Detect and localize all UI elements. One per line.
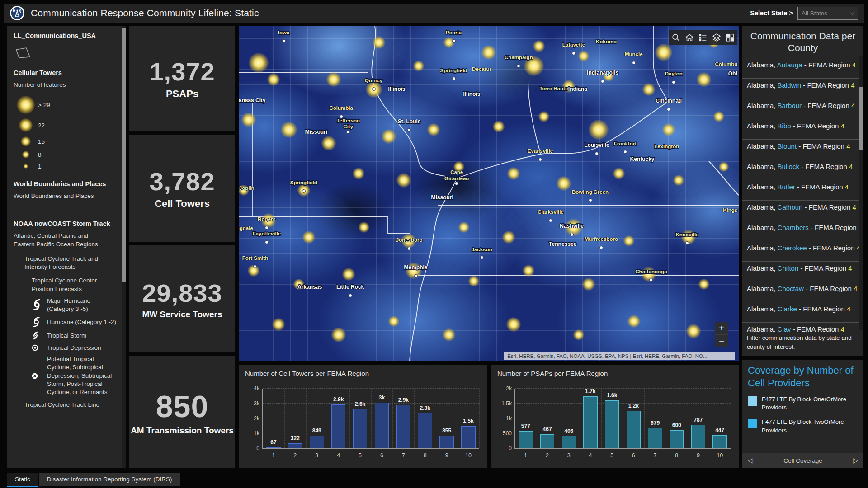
chart-bar[interactable] (540, 434, 554, 448)
county-scrollbar-thumb[interactable] (859, 87, 863, 150)
legend-icon[interactable] (698, 32, 708, 43)
county-row[interactable]: Alabama, Autauga - FEMA Region 4 (742, 58, 863, 78)
cell-towers-chart-panel: Number of Cell Towers per FEMA Region 01… (239, 365, 487, 468)
x-axis-tick: 6 (632, 452, 635, 459)
y-axis-tick: 1k (254, 430, 259, 436)
county-name: Blount (778, 142, 799, 150)
coverage-panel-title: Coverage by Number of Cell Providers (742, 360, 863, 391)
chart-bar[interactable] (418, 413, 432, 448)
tab-dirs[interactable]: Disaster Information Reporting System (D… (39, 473, 180, 486)
bar-value-label: 406 (564, 428, 573, 434)
county-row[interactable]: Alabama, Butler - FEMA Region 4 (742, 180, 863, 200)
prev-arrow-icon[interactable]: ◁ (748, 456, 753, 465)
psaps-chart-title: Number of PSAPs per FEMA Region (491, 365, 739, 377)
county-row[interactable]: Alabama, Baldwin - FEMA Region 4 (742, 78, 863, 99)
home-icon[interactable] (684, 32, 695, 43)
county-row[interactable]: Alabama, Bullock - FEMA Region 4 (742, 160, 863, 180)
chart-bar[interactable] (266, 447, 281, 448)
y-axis-tick: 1.5k (501, 400, 512, 407)
gridline (414, 389, 415, 448)
next-arrow-icon[interactable]: ▷ (853, 456, 858, 465)
chart-bar[interactable] (396, 405, 411, 448)
cell-towers-label: Cell Towers (155, 198, 210, 210)
coverage-swatch (748, 396, 757, 406)
gridline (349, 389, 350, 448)
fema-region-number: 4 (851, 102, 855, 109)
storm-legend-label: Hurricane (Category 1 -2) (47, 318, 116, 326)
chart-bar[interactable] (310, 436, 324, 448)
chart-bar[interactable] (331, 404, 346, 448)
county-row[interactable]: Alabama, Cherokee - FEMA Region 4 (742, 241, 863, 261)
mw-towers-stat-card: 29,833 MW Service Towers (129, 245, 235, 352)
search-icon[interactable] (670, 32, 681, 43)
map-canvas[interactable]: IowaPeoriaLafayetteKokomoMuncieChampaign… (239, 26, 739, 361)
layers-icon[interactable] (711, 32, 722, 43)
fema-region-label: - FEMA Region (803, 81, 851, 89)
county-row[interactable]: Alabama, Chambers - FEMA Region 4 (742, 221, 863, 241)
tab-static[interactable]: Static (7, 473, 38, 487)
tc-track-forecast-label: Tropical Cyclone Track and Intensity For… (24, 255, 106, 271)
chart-bar[interactable] (375, 403, 389, 448)
hurricane-major-icon (31, 299, 47, 311)
chart-bar[interactable] (562, 436, 576, 448)
chart-bar[interactable] (519, 431, 533, 448)
sidebar-scrollbar-thumb[interactable] (122, 28, 126, 282)
y-axis-tick: 0 (509, 445, 512, 451)
bar-value-label: 447 (715, 427, 724, 433)
fema-region-number: 4 (848, 264, 852, 272)
county-name: Butler (778, 183, 797, 191)
chart-bar[interactable] (712, 435, 726, 449)
county-row[interactable]: Alabama, Clarke - FEMA Region 4 (742, 302, 863, 322)
county-row[interactable]: Alabama, Choctaw - FEMA Region 4 (742, 282, 863, 302)
county-state-label: Alabama, (747, 305, 778, 313)
x-axis-tick: 10 (465, 452, 472, 459)
select-state-label: Select State > (750, 9, 793, 17)
chart-bar[interactable] (353, 409, 368, 448)
basemap-icon[interactable] (725, 32, 736, 43)
chart-bar[interactable] (648, 428, 662, 448)
county-state-label: Alabama, (747, 285, 778, 292)
zoom-controls: + − (715, 322, 728, 347)
x-axis-tick: 5 (359, 452, 362, 459)
polygon-extent-icon (14, 47, 32, 59)
chart-bar[interactable] (583, 396, 597, 448)
am-towers-value: 850 (156, 389, 208, 424)
county-row[interactable]: Alabama, Calhoun - FEMA Region 4 (742, 200, 863, 221)
chart-bar[interactable] (288, 443, 302, 448)
county-scrollbar[interactable] (859, 56, 863, 330)
bar-value-label: 3k (379, 394, 385, 401)
storm-legend-row: Major Hurricane (Category 3 -5) (31, 297, 118, 313)
page-title: Communication Response Community Lifelin… (31, 8, 259, 19)
county-row[interactable]: Alabama, Chilton - FEMA Region 4 (742, 261, 863, 282)
number-of-features-label: Number of features (14, 81, 118, 89)
chart-bar[interactable] (439, 436, 454, 448)
chart-bar[interactable] (627, 411, 641, 448)
chart-bar[interactable] (461, 426, 476, 449)
state-dropdown[interactable]: All States ▽ (797, 7, 858, 20)
chart-bar[interactable] (691, 425, 705, 448)
gridline (580, 389, 580, 448)
fema-region-label: - FEMA Region (801, 163, 849, 170)
county-row[interactable]: Alabama, Barbour - FEMA Region 4 (742, 99, 863, 119)
county-row[interactable]: Alabama, Clay - FEMA Region 4 (742, 322, 863, 332)
chart-bar[interactable] (605, 400, 619, 448)
chevron-down-icon: ▽ (850, 11, 854, 16)
zoom-in-button[interactable]: + (715, 322, 728, 334)
dashboard: Communication Response Community Lifelin… (0, 0, 868, 488)
zoom-out-button[interactable]: − (715, 334, 728, 347)
fema-region-label: - FEMA Region (799, 305, 847, 313)
fema-region-label: - FEMA Region (811, 224, 859, 231)
storm-legend-row: Hurricane (Category 1 -2) (31, 316, 118, 328)
psaps-stat-card: 1,372 PSAPs (129, 26, 235, 131)
chart-bar[interactable] (670, 430, 684, 448)
graduated-symbol-row: 8 (14, 149, 118, 160)
sidebar-scrollbar[interactable] (122, 26, 126, 468)
gridline (666, 389, 666, 448)
county-name: Choctaw (778, 285, 806, 292)
fema-region-number: 4 (847, 305, 850, 313)
county-row[interactable]: Alabama, Blount - FEMA Region 4 (742, 139, 863, 160)
county-row[interactable]: Alabama, Bibb - FEMA Region 4 (742, 119, 863, 139)
hurricane-icon (31, 316, 47, 328)
x-axis-tick: 4 (589, 452, 592, 459)
x-axis-tick: 8 (675, 452, 678, 459)
